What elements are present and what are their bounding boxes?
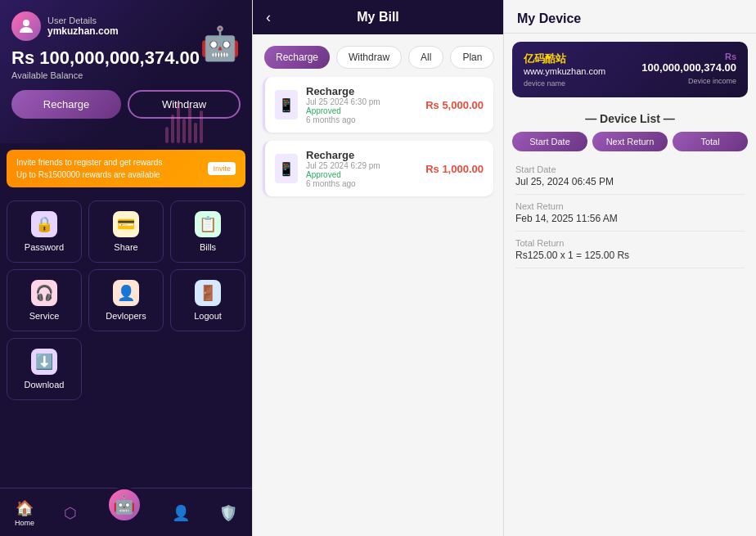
detail-label: Start Date — [515, 164, 745, 174]
nav-home[interactable]: 🏠 Home — [15, 499, 34, 527]
phone-icon: 📱 — [275, 90, 298, 119]
bill-type: Recharge — [306, 149, 380, 161]
col-next-return[interactable]: Next Return — [592, 132, 668, 151]
svg-point-0 — [23, 20, 29, 26]
left-header: User Details ymkuzhan.com 🤖 Rs 100,000,0… — [0, 0, 252, 143]
logout-label: Logout — [194, 311, 222, 321]
bill-date: Jul 25 2024 6:30 pm — [306, 97, 380, 106]
detail-value: Rs125.00 x 1 = 125.00 Rs — [515, 250, 745, 261]
device-name-label: device name — [524, 79, 605, 88]
detail-row: Total Return Rs125.00 x 1 = 125.00 Rs — [515, 232, 745, 268]
invite-line2: Up to Rs1500000 rewards are available — [16, 169, 162, 181]
phone-icon: 📱 — [275, 154, 298, 183]
device-amount: 100,000,000,374.00 — [641, 61, 736, 74]
download-icon: ⬇️ — [31, 349, 57, 375]
share-label: Share — [114, 242, 137, 252]
mid-title: My Bill — [357, 10, 399, 25]
bill-ago: 6 months ago — [306, 179, 380, 188]
bills-icon: 📋 — [195, 211, 221, 237]
nav-box[interactable]: ⬡ — [64, 504, 77, 522]
bottom-nav: 🏠 Home ⬡ 🤖 👤 🛡️ — [0, 488, 252, 536]
invite-line1: Invite friends to register and get rewar… — [16, 156, 162, 169]
device-detail: Start Date Jul 25, 2024 06:45 PM Next Re… — [504, 158, 756, 268]
menu-item-bills[interactable]: 📋 Bills — [170, 200, 245, 263]
logout-icon: 🚪 — [195, 280, 221, 306]
password-icon: 🔒 — [31, 211, 57, 237]
device-url: www.ymkuzhan.com — [524, 66, 605, 76]
password-label: Password — [25, 242, 64, 252]
recharge-button[interactable]: Recharge — [11, 90, 121, 119]
bill-status: Approved — [306, 170, 380, 179]
device-right: Rs 100,000,000,374.00 Device income — [641, 52, 736, 85]
tab-recharge[interactable]: Recharge — [264, 46, 330, 69]
col-total[interactable]: Total — [673, 132, 748, 151]
detail-label: Total Return — [515, 238, 745, 248]
detail-value: Jul 25, 2024 06:45 PM — [515, 176, 745, 187]
detail-row: Start Date Jul 25, 2024 06:45 PM — [515, 158, 745, 195]
bill-amount: Rs 1,000.00 — [425, 163, 484, 175]
service-label: Service — [29, 311, 60, 321]
home-icon: 🏠 — [16, 499, 34, 517]
devlopers-icon: 👤 — [113, 280, 139, 306]
bill-type: Recharge — [306, 85, 380, 97]
device-card: 亿码酷站 www.ymkuzhan.com device name Rs 100… — [512, 42, 748, 97]
service-icon: 🎧 — [31, 280, 57, 306]
back-button[interactable]: ‹ — [266, 9, 271, 26]
menu-item-share[interactable]: 💳 Share — [88, 200, 164, 263]
user-info: User Details ymkuzhan.com — [47, 16, 119, 37]
device-chinese-name: 亿码酷站 — [524, 52, 605, 66]
device-left: 亿码酷站 www.ymkuzhan.com device name — [524, 52, 605, 88]
bill-amount: Rs 5,000.00 — [425, 99, 484, 111]
tab-row: RechargeWithdrawAllPlan — [253, 34, 503, 77]
bill-list: 📱 Recharge Jul 25 2024 6:30 pm Approved … — [253, 77, 503, 196]
detail-value: Feb 14, 2025 11:56 AM — [515, 213, 745, 224]
tab-plan[interactable]: Plan — [450, 46, 494, 69]
device-col-headers: Start DateNext ReturnTotal — [504, 132, 756, 158]
grid-menu: 🔒 Password 💳 Share 📋 Bills 🎧 Service 👤 D… — [0, 194, 252, 407]
invite-banner: Invite friends to register and get rewar… — [7, 150, 245, 187]
nav-shield[interactable]: 🛡️ — [219, 504, 237, 522]
bill-ago: 6 months ago — [306, 115, 380, 124]
col-start-date[interactable]: Start Date — [512, 132, 587, 151]
menu-item-logout[interactable]: 🚪 Logout — [170, 269, 245, 331]
robot-decoration: 🤖 — [200, 25, 241, 63]
nav-center[interactable]: 🤖 — [106, 487, 142, 523]
menu-item-service[interactable]: 🎧 Service — [7, 269, 82, 331]
person-icon: 👤 — [172, 504, 190, 522]
device-income-label: Device income — [641, 77, 736, 85]
device-rs-label: Rs — [641, 52, 736, 61]
invite-button[interactable]: Invite — [208, 162, 236, 175]
mid-header: ‹ My Bill — [253, 0, 503, 34]
download-label: Download — [25, 380, 65, 390]
menu-item-devlopers[interactable]: 👤 Devlopers — [88, 269, 164, 331]
menu-item-password[interactable]: 🔒 Password — [7, 200, 82, 263]
middle-panel: ‹ My Bill RechargeWithdrawAllPlan 📱 Rech… — [252, 0, 504, 536]
user-label: User Details — [47, 16, 119, 25]
bill-left: 📱 Recharge Jul 25 2024 6:29 pm Approved … — [275, 149, 380, 188]
nav-home-label: Home — [15, 519, 34, 527]
nav-person[interactable]: 👤 — [172, 504, 190, 522]
bill-left: 📱 Recharge Jul 25 2024 6:30 pm Approved … — [275, 85, 380, 124]
right-header: My Device — [504, 0, 756, 34]
bill-info: Recharge Jul 25 2024 6:29 pm Approved 6 … — [306, 149, 380, 188]
bill-date: Jul 25 2024 6:29 pm — [306, 161, 380, 170]
left-panel: User Details ymkuzhan.com 🤖 Rs 100,000,0… — [0, 0, 252, 536]
tab-all[interactable]: All — [408, 46, 443, 69]
balance-label: Available Balance — [11, 70, 241, 80]
bg-decoration — [165, 0, 203, 143]
shield-icon: 🛡️ — [219, 504, 237, 522]
invite-text: Invite friends to register and get rewar… — [16, 156, 162, 181]
user-name: ymkuzhan.com — [47, 25, 119, 37]
devlopers-label: Devlopers — [106, 311, 146, 321]
balance-prefix: Rs — [11, 47, 34, 68]
bill-status: Approved — [306, 106, 380, 115]
bills-label: Bills — [200, 242, 216, 252]
menu-item-download[interactable]: ⬇️ Download — [7, 338, 82, 400]
detail-label: Next Return — [515, 201, 745, 211]
bill-info: Recharge Jul 25 2024 6:30 pm Approved 6 … — [306, 85, 380, 124]
tab-withdraw[interactable]: Withdraw — [336, 46, 402, 69]
bill-card: 📱 Recharge Jul 25 2024 6:29 pm Approved … — [263, 141, 493, 196]
right-panel: My Device 亿码酷站 www.ymkuzhan.com device n… — [504, 0, 756, 536]
avatar — [11, 11, 41, 41]
right-title: My Device — [517, 11, 743, 26]
